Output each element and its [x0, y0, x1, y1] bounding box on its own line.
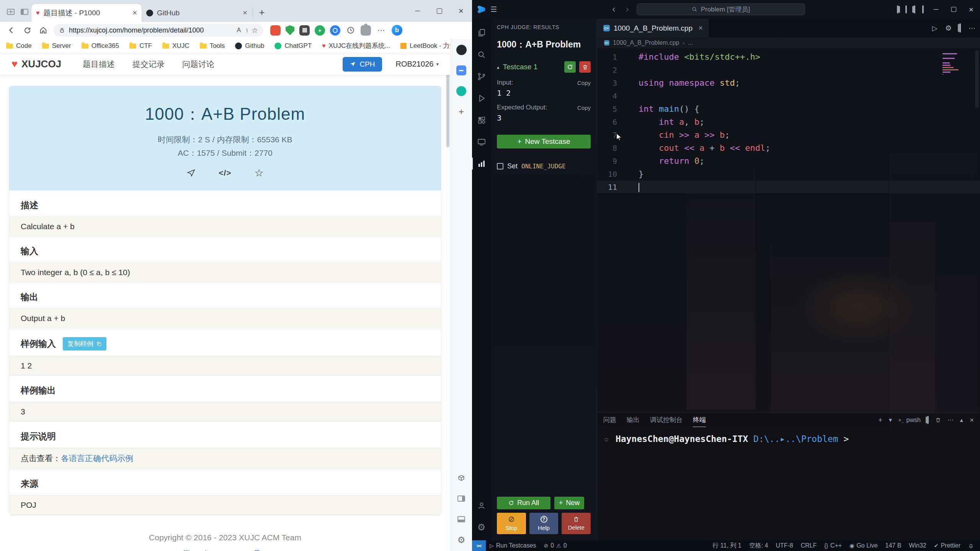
- sidebar-settings-gear-icon[interactable]: ⚙: [456, 534, 467, 546]
- input-value[interactable]: 1 2: [497, 88, 591, 98]
- maximize-panel-chevron-icon[interactable]: ▴: [960, 416, 963, 424]
- minimap[interactable]: [942, 52, 965, 78]
- nav-forward-icon[interactable]: [624, 6, 630, 13]
- extension-icon[interactable]: [330, 25, 340, 36]
- nav-item-discussion[interactable]: 问题讨论: [182, 59, 214, 70]
- explorer-icon[interactable]: [472, 22, 491, 44]
- code-editor[interactable]: 1#include <bits/stdc++.h>23using namespa…: [597, 48, 980, 412]
- run-testcases-status[interactable]: ▷ Run Testcases: [486, 540, 540, 551]
- account-icon[interactable]: [472, 494, 491, 516]
- sidebar-app-icon[interactable]: [456, 65, 467, 76]
- hint-link[interactable]: 各语言正确代码示例: [61, 453, 133, 464]
- run-debug-icon[interactable]: [472, 87, 491, 109]
- code-line[interactable]: 10}: [597, 168, 980, 181]
- command-center-search[interactable]: Problem [管理员]: [637, 3, 805, 15]
- toggle-sidebar-icon[interactable]: [897, 6, 898, 13]
- run-file-icon[interactable]: ▷: [932, 24, 938, 33]
- code-line[interactable]: 5int main() {: [597, 103, 980, 116]
- editor-scrollbar-thumb[interactable]: [975, 51, 979, 108]
- sidebar-panel-icon[interactable]: [456, 493, 467, 504]
- remote-indicator[interactable]: ><: [472, 540, 486, 551]
- code-line[interactable]: 2: [597, 64, 980, 77]
- cph-button[interactable]: CPH: [343, 57, 382, 72]
- tab-close-icon[interactable]: ×: [699, 24, 703, 32]
- site-logo[interactable]: ♥ XUJCOJ: [11, 58, 61, 70]
- status-item[interactable]: 147 B: [882, 540, 905, 551]
- bookmark-item[interactable]: Server: [42, 42, 71, 50]
- settings-gear-icon[interactable]: ⚙: [945, 24, 952, 33]
- extension-icon[interactable]: [299, 25, 310, 36]
- refresh-icon[interactable]: [19, 23, 35, 37]
- maximize-button[interactable]: [945, 0, 962, 19]
- customize-layout-icon[interactable]: [922, 6, 924, 13]
- bookmark-item[interactable]: XUJC: [162, 42, 189, 50]
- extension-icon[interactable]: [270, 25, 281, 36]
- new-testcase-button[interactable]: + New Testcase: [497, 135, 591, 148]
- extensions-icon[interactable]: [472, 109, 491, 131]
- history-clock-icon[interactable]: [345, 25, 356, 36]
- cph-judge-icon[interactable]: [472, 153, 491, 174]
- puzzle-extensions-icon[interactable]: [361, 25, 371, 36]
- code-line[interactable]: 9 return 0;: [597, 155, 980, 168]
- source-control-icon[interactable]: [472, 65, 491, 87]
- more-actions-icon[interactable]: ⋯: [947, 416, 954, 424]
- code-line[interactable]: 4: [597, 90, 980, 103]
- code-line[interactable]: 7 cin >> a >> b;: [597, 129, 980, 142]
- tab-debug-console[interactable]: 调试控制台: [650, 413, 683, 427]
- status-item[interactable]: ✔Prettier: [930, 540, 964, 551]
- run-all-button[interactable]: Run All: [497, 497, 550, 509]
- nav-item-problem[interactable]: 题目描述: [83, 59, 115, 70]
- back-icon[interactable]: [3, 23, 19, 37]
- delete-button[interactable]: Delete: [562, 513, 591, 534]
- split-editor-icon[interactable]: [959, 24, 961, 32]
- toggle-secondary-sidebar-icon[interactable]: [914, 6, 915, 13]
- editor-tab-active[interactable]: C+ 1000_A_B_Problem.cpp ×: [597, 19, 709, 37]
- bookmark-item[interactable]: Github: [235, 42, 264, 50]
- new-tab-button[interactable]: +: [254, 4, 270, 20]
- status-item[interactable]: 空格: 4: [745, 540, 772, 551]
- code-line[interactable]: 8 cout << a + b << endl;: [597, 142, 980, 155]
- more-actions-icon[interactable]: ⋯: [969, 24, 975, 33]
- code-line[interactable]: 6 int a, b;: [597, 116, 980, 129]
- status-item[interactable]: 行 11, 列 1: [709, 540, 745, 551]
- new-button[interactable]: + New: [554, 497, 584, 509]
- favorite-star-icon[interactable]: ☆: [252, 26, 258, 35]
- tab-close-icon[interactable]: ×: [243, 8, 247, 17]
- terminal-body[interactable]: ○ HaynesChen@HaynesChen-ITX D:\..▸..\Pro…: [597, 427, 980, 444]
- tab-actions-icon[interactable]: [4, 4, 18, 20]
- stop-button[interactable]: Stop: [497, 513, 526, 534]
- browser-tab-github[interactable]: GitHub ×: [142, 4, 252, 22]
- shield-extension-icon[interactable]: [286, 25, 294, 35]
- status-item[interactable]: CRLF: [797, 540, 821, 551]
- bookmark-item[interactable]: ♥XUJC在线判题系统...: [322, 41, 390, 50]
- vertical-tabs-icon[interactable]: [18, 4, 31, 20]
- user-menu[interactable]: ROB21026 ▾: [396, 60, 439, 68]
- tab-output[interactable]: 输出: [627, 413, 640, 427]
- nav-back-icon[interactable]: [611, 6, 617, 13]
- sidebar-add-icon[interactable]: +: [456, 106, 467, 117]
- maximize-button[interactable]: [428, 0, 450, 22]
- nav-item-submissions[interactable]: 提交记录: [132, 59, 165, 70]
- testcase-header[interactable]: ▴ Testcase 1: [497, 61, 591, 73]
- close-panel-icon[interactable]: ×: [970, 416, 974, 424]
- copy-input-button[interactable]: Copy: [577, 80, 591, 86]
- page-scrollbar[interactable]: [446, 53, 450, 551]
- split-terminal-icon[interactable]: [927, 417, 929, 424]
- copilot-icon[interactable]: b: [392, 25, 402, 36]
- code-line[interactable]: 11: [597, 181, 980, 194]
- copy-expected-button[interactable]: Copy: [577, 104, 591, 111]
- copy-sample-button[interactable]: 复制样例: [63, 337, 106, 350]
- chevron-down-icon[interactable]: ▾: [889, 416, 892, 424]
- browser-tab-active[interactable]: ♥ 题目描述 - P1000 ×: [31, 4, 142, 22]
- bookmark-item[interactable]: ChatGPT: [274, 42, 312, 50]
- extension-icon[interactable]: +: [315, 25, 325, 36]
- sidebar-box-icon[interactable]: [456, 472, 467, 484]
- status-item[interactable]: UTF-8: [772, 540, 797, 551]
- tab-problems[interactable]: 问题: [603, 413, 616, 427]
- minimize-button[interactable]: ─: [927, 0, 945, 19]
- star-icon[interactable]: ☆: [255, 167, 264, 179]
- help-button[interactable]: ? Help: [529, 513, 559, 534]
- sidebar-github-icon[interactable]: [456, 44, 467, 55]
- new-terminal-icon[interactable]: +: [878, 416, 882, 424]
- kill-terminal-trash-icon[interactable]: [935, 417, 941, 423]
